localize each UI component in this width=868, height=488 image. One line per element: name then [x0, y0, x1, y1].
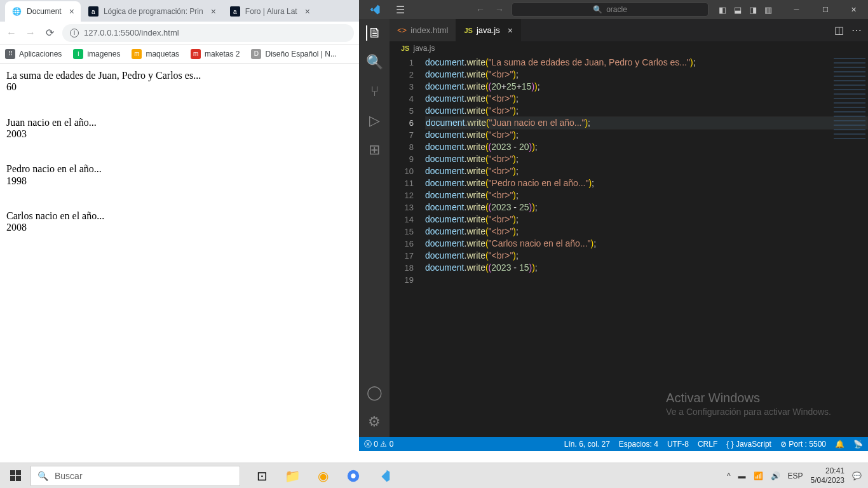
search-activity-icon[interactable]: 🔍: [367, 55, 382, 70]
task-view-icon[interactable]: ⊡: [247, 463, 277, 489]
editor-tab[interactable]: <>index.html: [390, 19, 456, 41]
forward-icon[interactable]: →: [24, 27, 37, 39]
bookmark-label: maquetas: [146, 50, 179, 58]
minimize-button[interactable]: ─: [782, 0, 811, 19]
status-encoding[interactable]: UTF-8: [667, 440, 689, 449]
chrome-taskbar-icon[interactable]: [338, 463, 369, 489]
code-line[interactable]: document.write("<br>");: [425, 105, 868, 117]
reload-icon[interactable]: ⟳: [43, 27, 56, 39]
editor-tabs: <>index.htmlJSjava.js×◫⋯: [390, 19, 868, 41]
layout-customize-icon[interactable]: ▥: [764, 5, 772, 15]
tab-label: java.js: [477, 25, 500, 35]
app-icon-1[interactable]: ◉: [308, 463, 338, 489]
status-notifications-icon[interactable]: 🔔: [835, 440, 844, 449]
close-tab-icon[interactable]: ×: [211, 6, 216, 17]
tray-language[interactable]: ESP: [788, 471, 803, 480]
status-broadcast-icon[interactable]: 📡: [853, 440, 863, 449]
code-line[interactable]: document.write("<br>");: [425, 226, 868, 238]
code-line[interactable]: document.write("<br>");: [425, 69, 868, 81]
vscode-taskbar-icon[interactable]: [369, 463, 399, 489]
taskbar-search[interactable]: 🔍 Buscar: [31, 466, 240, 486]
back-icon[interactable]: ←: [5, 27, 18, 39]
code-line[interactable]: document.write((2023 - 25));: [425, 201, 868, 214]
layout-panel-icon[interactable]: ⬓: [734, 5, 742, 15]
code-line[interactable]: document.write("<br>");: [425, 153, 868, 165]
bookmark-item[interactable]: iimagenes: [73, 49, 120, 59]
minimap[interactable]: [834, 58, 865, 140]
split-editor-icon[interactable]: ◫: [834, 24, 844, 36]
js-file-icon: JS: [464, 27, 472, 34]
code-lines[interactable]: document.write("La suma de edades de Jua…: [425, 55, 868, 437]
tray-date: 5/04/2023: [811, 476, 844, 485]
file-explorer-icon[interactable]: 📁: [277, 463, 308, 489]
search-icon: 🔍: [37, 471, 48, 481]
line-gutter: 12345678910111213141516171819: [390, 55, 425, 437]
status-language[interactable]: { } JavaScript: [726, 440, 771, 449]
close-tab-icon[interactable]: ×: [508, 25, 513, 36]
url-bar[interactable]: i 127.0.0.1:5500/index.html: [62, 24, 354, 42]
layout-sidebar-left-icon[interactable]: ◧: [719, 5, 726, 15]
bookmark-item[interactable]: DDiseño Español | N...: [251, 49, 337, 59]
chrome-tab[interactable]: aLógica de programación: Prin×: [82, 1, 222, 22]
bookmark-item[interactable]: ⠿Aplicaciones: [5, 49, 62, 59]
chrome-tab[interactable]: aForo | Alura Lat×: [224, 1, 316, 22]
nav-forward-icon[interactable]: →: [495, 4, 504, 15]
hamburger-icon[interactable]: ☰: [391, 4, 410, 16]
code-line[interactable]: document.write("Juan nacio en el año..."…: [425, 116, 868, 130]
tray-notifications-icon[interactable]: 💬: [852, 471, 862, 480]
command-center-text: oracle: [606, 5, 627, 14]
tray-battery-icon[interactable]: ▬: [738, 471, 746, 480]
tray-wifi-icon[interactable]: 📶: [754, 471, 763, 480]
bookmark-item[interactable]: mmaquetas: [132, 49, 179, 59]
chrome-toolbar: ← → ⟳ i 127.0.0.1:5500/index.html: [0, 22, 359, 44]
settings-gear-icon[interactable]: ⚙: [367, 414, 382, 430]
code-line[interactable]: document.write("<br>");: [425, 214, 868, 226]
code-line[interactable]: [425, 274, 868, 286]
tray-chevron-icon[interactable]: ^: [727, 471, 731, 480]
status-bar: ⓧ 0 ⚠ 0 Lín. 6, col. 27 Espacios: 4 UTF-…: [359, 437, 868, 451]
command-center[interactable]: 🔍 oracle: [512, 3, 709, 17]
tray-volume-icon[interactable]: 🔊: [771, 471, 780, 480]
source-control-icon[interactable]: ⑂: [367, 84, 382, 99]
code-editor[interactable]: 12345678910111213141516171819 document.w…: [390, 55, 868, 437]
breadcrumb-text: java.js: [413, 44, 435, 53]
bookmark-item[interactable]: mmaketas 2: [191, 49, 240, 59]
code-line[interactable]: document.write("<br>");: [425, 250, 868, 262]
tab-title: Document: [27, 7, 62, 16]
editor-tab[interactable]: JSjava.js×: [456, 19, 521, 41]
code-line[interactable]: document.write("Carlos nacio en el año..…: [425, 238, 868, 250]
more-actions-icon[interactable]: ⋯: [851, 24, 862, 36]
tray-clock[interactable]: 20:41 5/04/2023: [811, 466, 844, 485]
code-line[interactable]: document.write((2023 - 20));: [425, 141, 868, 153]
vscode-window: ☰ ← → 🔍 oracle ◧ ⬓ ◨ ▥ ─ ☐ ✕ 🗎 🔍 ⑂ ▷ ⊞: [359, 0, 868, 451]
status-eol[interactable]: CRLF: [698, 440, 717, 449]
status-errors[interactable]: ⓧ 0 ⚠ 0: [364, 439, 393, 450]
code-line[interactable]: document.write("<br>");: [425, 93, 868, 105]
code-line[interactable]: document.write("<br>");: [425, 165, 868, 177]
code-line[interactable]: document.write((2023 - 15));: [425, 262, 868, 274]
run-debug-icon[interactable]: ▷: [367, 113, 382, 128]
status-live-server[interactable]: ⊘ Port : 5500: [780, 440, 826, 449]
start-button[interactable]: [0, 463, 31, 489]
status-spaces[interactable]: Espacios: 4: [619, 440, 658, 449]
extensions-icon[interactable]: ⊞: [367, 142, 382, 158]
close-tab-icon[interactable]: ×: [69, 6, 74, 17]
close-tab-icon[interactable]: ×: [305, 6, 310, 17]
maximize-button[interactable]: ☐: [811, 0, 839, 19]
close-button[interactable]: ✕: [839, 0, 868, 19]
chrome-tab[interactable]: 🌐Document×: [5, 1, 81, 22]
layout-sidebar-right-icon[interactable]: ◨: [749, 5, 757, 15]
bookmark-icon: D: [251, 49, 261, 59]
bookmark-label: Diseño Español | N...: [265, 50, 337, 58]
code-line[interactable]: document.write("Pedro nacio en el año...…: [425, 177, 868, 189]
code-line[interactable]: document.write((20+25+15));: [425, 81, 868, 93]
status-cursor-position[interactable]: Lín. 6, col. 27: [564, 440, 610, 449]
code-line[interactable]: document.write("<br>");: [425, 189, 868, 201]
explorer-icon[interactable]: 🗎: [366, 25, 381, 41]
code-line[interactable]: document.write("La suma de edades de Jua…: [425, 57, 868, 69]
site-info-icon[interactable]: i: [70, 29, 79, 37]
accounts-icon[interactable]: ◯: [367, 385, 382, 400]
nav-back-icon[interactable]: ←: [476, 4, 485, 15]
code-line[interactable]: document.write("<br>");: [425, 129, 868, 141]
breadcrumb[interactable]: JS java.js: [390, 41, 868, 55]
